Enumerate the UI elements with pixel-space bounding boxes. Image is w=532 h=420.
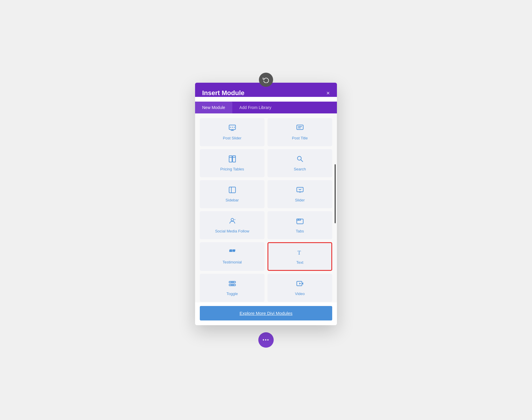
module-testimonial[interactable]: ❝❞ Testimonial [200, 242, 265, 271]
search-icon [296, 155, 304, 164]
module-post-title[interactable]: Post Title [267, 118, 332, 146]
svg-text:T: T [297, 249, 301, 255]
toggle-icon [228, 280, 236, 289]
sidebar-icon [228, 186, 236, 195]
svg-line-14 [301, 159, 303, 162]
module-sidebar[interactable]: Sidebar [200, 180, 265, 208]
slider-icon [296, 186, 304, 195]
sidebar-label: Sidebar [226, 198, 239, 202]
close-button[interactable]: × [326, 90, 330, 96]
module-slider[interactable]: Slider [267, 180, 332, 208]
svg-rect-6 [297, 125, 303, 129]
module-text[interactable]: T Text [267, 242, 332, 271]
post-title-label: Post Title [292, 136, 308, 140]
text-icon: T [296, 248, 304, 257]
slider-label: Slider [295, 198, 305, 202]
explore-more-button[interactable]: Explore More Divi Modules [200, 306, 332, 320]
scrollbar[interactable] [335, 164, 336, 223]
modal-body: Post Slider Post Title Pricing Tables [195, 113, 337, 302]
module-tabs[interactable]: Tabs [267, 211, 332, 239]
testimonial-icon: ❝❞ [228, 248, 236, 257]
modules-grid: Post Slider Post Title Pricing Tables [200, 118, 332, 302]
social-media-label: Social Media Follow [215, 229, 249, 233]
post-slider-label: Post Slider [223, 136, 241, 140]
svg-point-4 [232, 127, 233, 128]
svg-point-20 [231, 218, 233, 221]
search-label: Search [294, 167, 306, 171]
tabs-label: Tabs [296, 229, 304, 233]
modal-title: Insert Module [202, 89, 244, 97]
top-icon [259, 73, 273, 87]
svg-rect-23 [297, 219, 303, 224]
text-label: Text [296, 260, 304, 265]
module-toggle[interactable]: Toggle [200, 274, 265, 302]
modal-tabs: New Module Add From Library [195, 102, 337, 113]
svg-rect-15 [229, 187, 236, 193]
module-post-slider[interactable]: Post Slider [200, 118, 265, 146]
social-media-icon [228, 217, 236, 226]
toggle-label: Toggle [226, 292, 238, 296]
insert-module-modal: Insert Module × New Module Add From Libr… [195, 83, 337, 325]
post-title-icon [296, 124, 304, 133]
pricing-tables-label: Pricing Tables [220, 167, 244, 171]
video-icon [296, 280, 304, 289]
tab-add-from-library[interactable]: Add From Library [232, 102, 278, 113]
svg-point-5 [233, 127, 234, 128]
bottom-dots-button[interactable]: ••• [258, 332, 274, 348]
svg-point-3 [230, 127, 231, 128]
page-wrapper: Insert Module × New Module Add From Libr… [195, 73, 337, 348]
svg-point-13 [297, 156, 301, 160]
module-video[interactable]: Video [267, 274, 332, 302]
svg-rect-10 [233, 156, 236, 162]
tabs-icon [296, 217, 304, 226]
testimonial-label: Testimonial [223, 260, 242, 264]
post-slider-icon [228, 124, 236, 133]
tab-new-module[interactable]: New Module [195, 102, 232, 113]
video-label: Video [295, 292, 305, 296]
module-search[interactable]: Search [267, 149, 332, 177]
svg-marker-32 [299, 282, 301, 284]
svg-rect-9 [229, 156, 232, 162]
svg-text:❝❞: ❝❞ [229, 249, 236, 255]
dots-icon: ••• [263, 337, 270, 343]
pricing-tables-icon [228, 155, 236, 164]
module-social-media-follow[interactable]: Social Media Follow [200, 211, 265, 239]
module-pricing-tables[interactable]: Pricing Tables [200, 149, 265, 177]
